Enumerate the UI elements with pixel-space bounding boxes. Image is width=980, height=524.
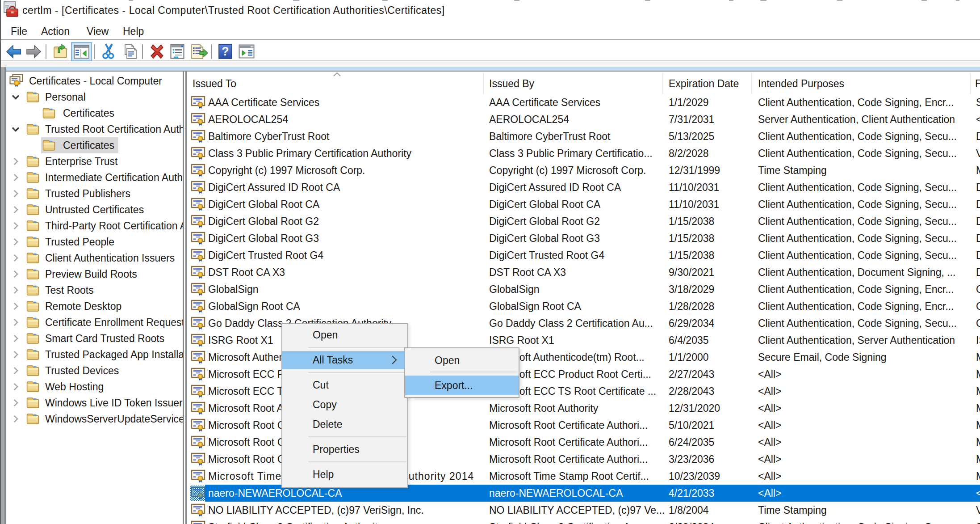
svg-text:?: ? xyxy=(222,45,229,58)
